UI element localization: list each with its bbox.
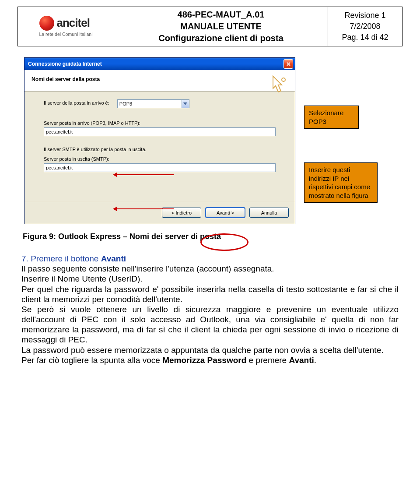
incoming-server-label: Server posta in arrivo (POP3, IMAP o HTT…: [44, 120, 276, 126]
close-button[interactable]: ✕: [284, 59, 293, 69]
step-text-prefix: Premere il bottone: [31, 254, 101, 263]
dialog-footer: < Indietro Avanti > Annulla: [24, 202, 295, 224]
doc-code: 486-PEC-MAUT_A.01: [118, 9, 324, 21]
titlebar-text: Connessione guidata Internet: [28, 61, 102, 67]
logo-subtitle: La rete dei Comuni Italiani: [39, 32, 93, 37]
para-4: Se però si vuole ottenere un livello di …: [21, 304, 399, 345]
revision-date: 7/2/2008: [332, 21, 399, 32]
para-6-prefix: Per far ciò togliere la spunta alla voce: [21, 356, 162, 365]
incoming-type-label: Il server della posta in arrivo è:: [44, 100, 109, 106]
wizard-dialog: Connessione guidata Internet ✕ Nomi dei …: [24, 57, 295, 224]
logo-text: ancitel: [57, 16, 90, 30]
para-6-bold1: Memorizza Password: [162, 356, 246, 365]
chevron-down-icon: [182, 100, 189, 108]
annotation-arrow: [115, 174, 174, 175]
titlebar[interactable]: Connessione guidata Internet ✕: [24, 58, 295, 70]
para-2: Inserire il Nome Utente (UserID).: [21, 274, 399, 284]
step-7: 7. Premere il bottone Avanti: [21, 254, 399, 264]
cancel-button[interactable]: Annulla: [249, 208, 289, 218]
annotation-arrow: [115, 208, 174, 209]
para-1: Il passo seguente consiste nell'inserire…: [21, 264, 399, 274]
dialog-header-title: Nomi dei server della posta: [32, 76, 288, 82]
revision: Revisione 1: [332, 10, 399, 21]
outgoing-server-label: Server posta in uscita (SMTP):: [44, 156, 276, 162]
body-text: 7. Premere il bottone Avanti Il passo se…: [21, 254, 399, 365]
next-button[interactable]: Avanti >: [206, 208, 245, 218]
svg-point-0: [282, 78, 285, 81]
para-6-suffix: .: [314, 356, 316, 365]
incoming-server-input[interactable]: [44, 127, 276, 136]
revision-cell: Revisione 1 7/2/2008 Pag. 14 di 42: [328, 7, 402, 46]
doc-title-line: MANUALE UTENTE: [118, 21, 324, 32]
logo-cell: ancitel La rete dei Comuni Italiani: [18, 7, 114, 46]
para-6-mid: e premere: [246, 356, 289, 365]
cursor-arrow-icon: [264, 73, 289, 97]
para-6: Per far ciò togliere la spunta alla voce…: [21, 355, 399, 365]
para-5: La password può essere memorizzata o app…: [21, 345, 399, 355]
smtp-note: Il server SMTP è utilizzato per la posta…: [44, 147, 276, 152]
select-value: POP3: [119, 101, 132, 106]
outgoing-server-input[interactable]: [44, 163, 276, 172]
step-text-bold: Avanti: [101, 254, 126, 263]
page-header: ancitel La rete dei Comuni Italiani 486-…: [18, 7, 402, 46]
para-3: Per quel che riguarda la password e' pos…: [21, 284, 399, 304]
figure-wrap: Connessione guidata Internet ✕ Nomi dei …: [0, 57, 420, 224]
annotation-ellipse: [200, 233, 248, 251]
dialog-header: Nomi dei server della posta: [24, 70, 295, 92]
dialog-body: Il server della posta in arrivo è: POP3 …: [24, 92, 295, 202]
step-number: 7.: [21, 254, 28, 263]
page-number: Pag. 14 di 42: [332, 32, 399, 43]
callout-pop3: Selezionare POP3: [304, 106, 359, 129]
doc-subtitle: Configurazione client di posta: [118, 32, 324, 44]
callout-ip: Inserire questi indirizzi IP nei rispett…: [304, 162, 378, 203]
incoming-type-select[interactable]: POP3: [117, 99, 189, 108]
para-6-bold2: Avanti: [289, 356, 314, 365]
doc-title: 486-PEC-MAUT_A.01 MANUALE UTENTE Configu…: [114, 7, 328, 46]
close-icon: ✕: [286, 61, 291, 67]
logo-icon: [39, 16, 54, 31]
